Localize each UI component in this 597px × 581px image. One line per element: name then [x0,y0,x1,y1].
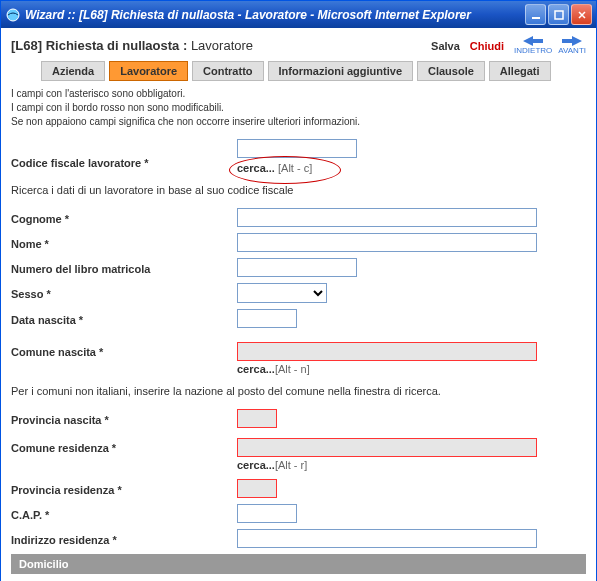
label-nome: Nome * [11,236,231,250]
label-codice-fiscale: Codice fiscale lavoratore * [11,139,231,169]
cerca-hint-r: [Alt - r] [275,459,307,471]
section-domicilio: Domicilio [11,554,586,574]
minimize-button[interactable] [525,4,546,25]
input-numero-libro[interactable] [237,258,357,277]
input-codice-fiscale[interactable] [237,139,357,158]
nav-arrows: INDIETRO AVANTI [514,36,586,55]
input-cognome[interactable] [237,208,537,227]
window-frame: Wizard :: [L68] Richiesta di nullaosta -… [0,0,597,581]
row-cognome: Cognome * [11,208,586,227]
label-provincia-nascita: Provincia nascita * [11,412,231,426]
maximize-button[interactable] [548,4,569,25]
ricerca-note: Ricerca i dati di un lavoratore in base … [1,180,596,208]
row-nome: Nome * [11,233,586,252]
row-provincia-nascita: Provincia nascita * [11,409,586,428]
close-link[interactable]: Chiudi [470,40,504,52]
label-indirizzo-residenza: Indirizzo residenza * [11,532,231,546]
cerca-label: cerca... [237,162,275,174]
close-button[interactable] [571,4,592,25]
row-provincia-residenza: Provincia residenza * [11,479,586,498]
row-comune-residenza: Comune residenza * cerca...[Alt - r] [11,438,586,471]
input-provincia-residenza[interactable] [237,479,277,498]
tab-info[interactable]: Informazioni aggiuntive [268,61,413,81]
row-data-nascita: Data nascita * [11,309,586,328]
forward-arrow[interactable]: AVANTI [558,36,586,55]
input-provincia-nascita[interactable] [237,409,277,428]
row-codice-fiscale: Codice fiscale lavoratore * cerca... [Al… [11,139,586,174]
header-row: [L68] Richiesta di nullaosta : Lavorator… [1,28,596,61]
save-link[interactable]: Salva [431,40,460,52]
cerca-label-r: cerca... [237,459,275,471]
input-cap[interactable] [237,504,297,523]
page-title: [L68] Richiesta di nullaosta : Lavorator… [11,38,431,53]
label-sesso: Sesso * [11,286,231,300]
back-arrow[interactable]: INDIETRO [514,36,552,55]
label-comune-residenza: Comune residenza * [11,438,231,454]
form-area-3: Provincia nascita * Comune residenza * c… [1,409,596,548]
help-line2: I campi con il bordo rosso non sono modi… [11,101,586,115]
field-comune-nascita: cerca...[Alt - n] [237,342,586,375]
titlebar: Wizard :: [L68] Richiesta di nullaosta -… [1,1,596,28]
input-data-nascita[interactable] [237,309,297,328]
label-cognome: Cognome * [11,211,231,225]
title-section: Lavoratore [191,38,253,53]
input-comune-nascita[interactable] [237,342,537,361]
label-numero-libro: Numero del libro matricola [11,261,231,275]
field-comune-residenza: cerca...[Alt - r] [237,438,586,471]
row-sesso: Sesso * [11,283,586,303]
tab-lavoratore[interactable]: Lavoratore [109,61,188,81]
ie-icon [5,7,21,23]
input-nome[interactable] [237,233,537,252]
label-cap: C.A.P. * [11,507,231,521]
forward-label: AVANTI [558,46,586,55]
cerca-nascita-link[interactable]: cerca...[Alt - n] [237,363,586,375]
form-area: Codice fiscale lavoratore * cerca... [Al… [1,139,596,174]
window-title: Wizard :: [L68] Richiesta di nullaosta -… [25,8,525,22]
cerca-hint-c: [Alt - c] [278,162,312,174]
back-label: INDIETRO [514,46,552,55]
header-actions: Salva Chiudi INDIETRO AVANTI [431,36,586,55]
tab-azienda[interactable]: Azienda [41,61,105,81]
window-buttons [525,4,592,25]
help-line3: Se non appaiono campi significa che non … [11,115,586,129]
row-comune-nascita: Comune nascita * cerca...[Alt - n] [11,342,586,375]
svg-rect-2 [555,11,563,19]
row-indirizzo-residenza: Indirizzo residenza * [11,529,586,548]
tab-allegati[interactable]: Allegati [489,61,551,81]
svg-rect-1 [532,17,540,19]
label-data-nascita: Data nascita * [11,312,231,326]
content-area: [L68] Richiesta di nullaosta : Lavorator… [1,28,596,581]
help-text: I campi con l'asterisco sono obbligatori… [1,87,596,139]
tabs-bar: Azienda Lavoratore Contratto Informazion… [1,61,596,87]
title-code: [L68] Richiesta di nullaosta : [11,38,187,53]
input-comune-residenza[interactable] [237,438,537,457]
cerca-residenza-link[interactable]: cerca...[Alt - r] [237,459,586,471]
cerca-hint-n: [Alt - n] [275,363,310,375]
form-area-2: Cognome * Nome * Numero del libro matric… [1,208,596,375]
row-numero-libro: Numero del libro matricola [11,258,586,277]
input-indirizzo-residenza[interactable] [237,529,537,548]
comuni-note: Per i comuni non italiani, inserire la n… [1,381,596,409]
row-cap: C.A.P. * [11,504,586,523]
cerca-label-n: cerca... [237,363,275,375]
tab-contratto[interactable]: Contratto [192,61,264,81]
label-comune-nascita: Comune nascita * [11,342,231,358]
field-codice-fiscale: cerca... [Alt - c] [237,139,586,174]
cerca-codice-link[interactable]: cerca... [Alt - c] [237,162,312,174]
help-line1: I campi con l'asterisco sono obbligatori… [11,87,586,101]
select-sesso[interactable] [237,283,327,303]
label-provincia-residenza: Provincia residenza * [11,482,231,496]
tab-clausole[interactable]: Clausole [417,61,485,81]
